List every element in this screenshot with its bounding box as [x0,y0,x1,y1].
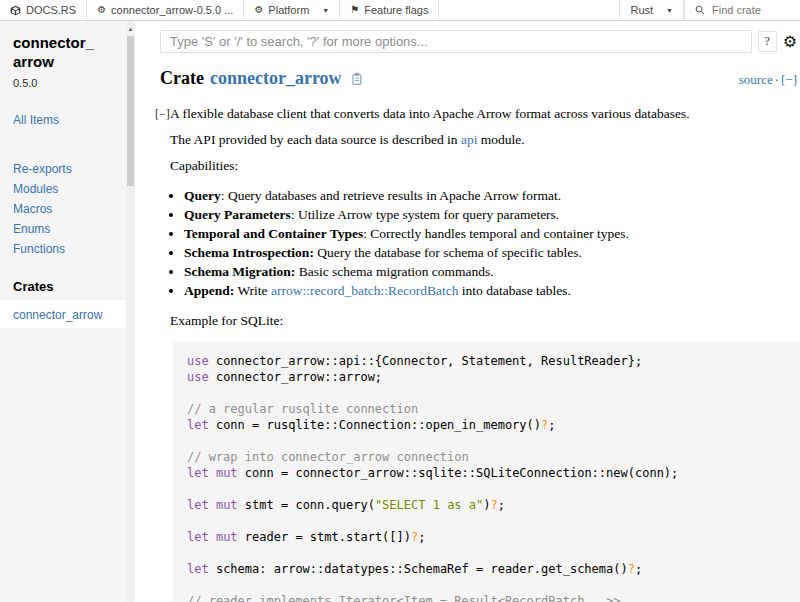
feature-flags-label: Feature flags [364,4,428,16]
code-line: let mut stmt = conn.query("SELECT 1 as a… [187,497,800,513]
text-segment: : Correctly handles temporal and contain… [363,226,629,241]
heading-links: source·[−] [739,72,797,88]
sidebar-section-links: Re-exportsModulesMacrosEnumsFunctions [13,163,126,255]
scrollbar-thumb[interactable] [127,36,134,186]
capability-item: Append: Write arrow::record_batch::Recor… [184,283,800,299]
capability-item: Temporal and Container Types: Correctly … [184,226,800,242]
doc-link[interactable]: api [461,132,478,147]
search-icon [695,5,705,15]
docsrs-logo-label: DOCS.RS [26,4,76,16]
dot-separator: · [775,72,779,87]
doc-paragraph: The API provided by each data source is … [170,132,800,148]
platform-menu[interactable]: ⚙ Platform ▼ [244,0,340,20]
text-segment: : Utilize Arrow type system for query pa… [291,207,559,222]
platform-menu-label: Platform [268,4,309,16]
code-line: let schema: arrow::datatypes::SchemaRef … [187,561,800,577]
sidebar-item-enums[interactable]: Enums [13,223,126,235]
source-link[interactable]: source [739,72,773,87]
docsrs-logo-icon [10,5,21,16]
settings-gear-icon[interactable]: ⚙ [783,34,797,50]
search-row: ? ⚙ [160,30,797,53]
text-segment: let [187,562,209,576]
text-segment: Append: [184,283,234,298]
code-line: let mut reader = stmt.start([])?; [187,529,800,545]
text-segment: mut [216,466,238,480]
text-segment: ; [548,418,555,432]
sidebar-crates-heading: Crates [13,279,126,294]
capability-item: Query: Query databases and retrieve resu… [184,188,800,204]
top-navbar: DOCS.RS ⚙ connector_arrow-0.5.0 ... ⚙ Pl… [0,0,800,21]
docsrs-logo[interactable]: DOCS.RS [0,0,87,20]
text-segment: conn = connector_arrow::sqlite::SQLiteCo… [238,466,679,480]
text-segment: Query the database for schema of specifi… [314,245,582,260]
crate-name-line2: arrow [13,52,126,71]
capabilities-label: Capabilities: [170,158,800,174]
find-crate-input[interactable] [710,3,790,17]
code-line [187,385,800,401]
help-button[interactable]: ? [758,31,777,52]
page-body: connector_ arrow 0.5.0 All Items Re-expo… [0,21,800,602]
rust-version-label: Rust [630,4,653,16]
sidebar-all-items-link[interactable]: All Items [13,113,126,127]
code-block: use connector_arrow::api::{Connector, St… [173,341,800,602]
text-segment: use [187,370,209,384]
text-segment: connector_arrow::arrow; [209,370,382,384]
flag-icon: ⚑ [350,5,359,15]
heading-crate-link[interactable]: connector_arrow [210,68,342,89]
text-segment: ; [635,562,642,576]
sidebar-item-re-exports[interactable]: Re-exports [13,163,126,175]
collapse-all-toggle[interactable]: [−] [781,72,797,87]
search-input[interactable] [160,30,752,53]
docblock: A flexible database client that converts… [170,106,800,602]
text-segment: use [187,354,209,368]
code-line [187,481,800,497]
code-line: // a regular rusqlite connection [187,401,800,417]
text-segment: mut [216,498,238,512]
code-line: // wrap into connector_arrow connection [187,449,800,465]
text-segment: Schema Introspection: [184,245,314,260]
doc-collapse-toggle[interactable]: [−] [155,106,170,602]
text-segment: Query [184,188,221,203]
text-segment: connector_arrow::api::{Connector, Statem… [209,354,642,368]
sidebar-item-modules[interactable]: Modules [13,183,126,195]
text-segment: Query Parameters [184,207,291,222]
sidebar-item-macros[interactable]: Macros [13,203,126,215]
doc-paragraph: A flexible database client that converts… [170,106,800,122]
text-segment: let [187,530,209,544]
sidebar-selected-crate-row[interactable]: connector_arrow [0,300,126,328]
text-segment: ; [418,530,425,544]
text-segment: ; [498,498,505,512]
copy-path-icon[interactable] [350,72,363,86]
topbar-spacer [439,0,619,20]
code-line [187,433,800,449]
text-segment: ) [483,498,490,512]
text-segment: Schema Migration: [184,264,295,279]
code-line: use connector_arrow::arrow; [187,369,800,385]
text-segment: schema: arrow::datatypes::SchemaRef = re… [209,562,628,576]
feature-flags-menu[interactable]: ⚑ Feature flags [340,0,439,20]
crate-menu-label: connector_arrow-0.5.0 ... [111,4,233,16]
text-segment [209,498,216,512]
text-segment: conn = rusqlite::Connection::open_in_mem… [209,418,541,432]
text-segment: // reader implements Iterator<Item = Res… [187,594,620,602]
sidebar-item-functions[interactable]: Functions [13,243,126,255]
sidebar-crate-name[interactable]: connector_ arrow [13,33,126,71]
text-segment: "SELECT 1 as a" [375,498,483,512]
heading-prefix: Crate [160,68,204,89]
text-segment: into database tables. [458,283,570,298]
text-segment: let [187,466,209,480]
rust-version-menu[interactable]: Rust ▼ [619,0,684,20]
sidebar-crate-link-connector-arrow[interactable]: connector_arrow [13,308,102,322]
sidebar-scrollbar[interactable]: ▲ [126,21,135,602]
text-segment: // wrap into connector_arrow connection [187,450,469,464]
chevron-down-icon: ▼ [322,7,329,14]
text-segment: ? [491,498,498,512]
capability-item: Query Parameters: Utilize Arrow type sys… [184,207,800,223]
scrollbar-up-arrow-icon[interactable]: ▲ [126,21,135,32]
capabilities-list: Query: Query databases and retrieve resu… [170,188,800,299]
code-line: // reader implements Iterator<Item = Res… [187,593,800,602]
crate-menu[interactable]: ⚙ connector_arrow-0.5.0 ... [87,0,244,20]
doc-link[interactable]: arrow::record_batch::RecordBatch [271,283,458,298]
sidebar: connector_ arrow 0.5.0 All Items Re-expo… [0,21,126,602]
code-line: let conn = rusqlite::Connection::open_in… [187,417,800,433]
